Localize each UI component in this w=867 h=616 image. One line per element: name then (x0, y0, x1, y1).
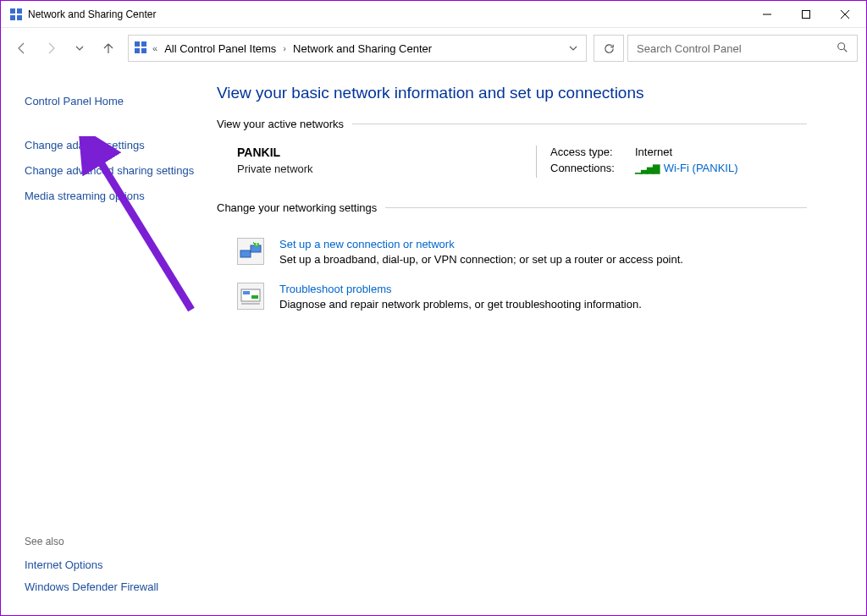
svg-rect-11 (141, 48, 146, 53)
forward-button[interactable] (38, 36, 64, 61)
content-area: Control Panel Home Change adapter settin… (1, 69, 866, 615)
chevron-right-icon[interactable]: › (283, 43, 286, 53)
change-settings-heading: Change your networking settings (217, 201, 807, 214)
app-icon (9, 8, 23, 21)
setup-connection-item: + Set up a new connection or network Set… (217, 229, 807, 274)
svg-point-12 (838, 42, 845, 49)
troubleshoot-desc: Diagnose and repair network problems, or… (279, 298, 642, 311)
search-input[interactable] (627, 35, 858, 62)
connection-link[interactable]: Wi-Fi (PANKIL) (664, 162, 738, 174)
media-streaming-link[interactable]: Media streaming options (25, 184, 200, 209)
active-networks-heading: View your active networks (217, 118, 807, 130)
network-type: Private network (237, 162, 536, 175)
maximize-button[interactable] (787, 2, 826, 27)
svg-rect-5 (803, 10, 810, 18)
windows-defender-firewall-link[interactable]: Windows Defender Firewall (25, 576, 158, 598)
see-also-label: See also (25, 536, 158, 547)
svg-rect-3 (17, 15, 22, 20)
svg-rect-14 (240, 250, 251, 257)
svg-text:+: + (253, 242, 260, 249)
breadcrumb-separator-icon: « (152, 43, 157, 53)
search-field[interactable] (637, 42, 837, 55)
page-heading: View your basic network information and … (217, 84, 807, 102)
troubleshoot-link[interactable]: Troubleshoot problems (279, 283, 391, 295)
back-button[interactable] (9, 36, 35, 61)
setup-connection-link[interactable]: Set up a new connection or network (279, 238, 455, 250)
breadcrumb-current[interactable]: Network and Sharing Center (291, 40, 434, 58)
up-button[interactable] (96, 36, 121, 61)
svg-rect-2 (10, 15, 15, 20)
breadcrumb-parent[interactable]: All Control Panel Items (163, 40, 278, 58)
svg-rect-20 (251, 295, 258, 299)
svg-rect-0 (10, 8, 15, 14)
access-type-label: Access type: (550, 146, 628, 158)
svg-line-13 (844, 48, 848, 52)
wifi-signal-icon: ▁▃▅▇ (635, 163, 659, 173)
network-details: Access type: Internet Connections: ▁▃▅▇ … (536, 146, 807, 178)
access-type-value: Internet (635, 146, 672, 158)
control-panel-home-link[interactable]: Control Panel Home (25, 89, 200, 114)
breadcrumb-icon (134, 41, 147, 57)
internet-options-link[interactable]: Internet Options (25, 554, 158, 576)
change-adapter-settings-link[interactable]: Change adapter settings (25, 133, 200, 158)
see-also-section: See also Internet Options Windows Defend… (25, 536, 158, 598)
svg-rect-8 (135, 41, 140, 47)
connections-label: Connections: (550, 162, 628, 174)
window-title: Network and Sharing Center (28, 8, 748, 20)
network-name: PANKIL (237, 146, 536, 159)
troubleshoot-item: Troubleshoot problems Diagnose and repai… (217, 274, 807, 319)
active-network: PANKIL Private network Access type: Inte… (217, 146, 807, 178)
troubleshoot-icon (237, 283, 264, 310)
section-label: Change your networking settings (217, 201, 377, 214)
svg-rect-19 (243, 291, 250, 294)
svg-rect-10 (135, 48, 140, 53)
divider (385, 207, 807, 208)
refresh-button[interactable] (594, 35, 624, 62)
address-dropdown-button[interactable] (566, 41, 581, 56)
minimize-button[interactable] (748, 2, 787, 27)
networking-settings-section: Change your networking settings + Set up… (217, 201, 807, 319)
search-icon[interactable] (837, 41, 848, 56)
breadcrumb: All Control Panel Items › Network and Sh… (163, 40, 561, 58)
recent-dropdown-button[interactable] (67, 36, 92, 61)
window-controls (748, 2, 864, 27)
navigation-toolbar: « All Control Panel Items › Network and … (1, 28, 866, 69)
close-button[interactable] (826, 2, 864, 27)
svg-rect-9 (141, 41, 146, 47)
setup-connection-desc: Set up a broadband, dial-up, or VPN conn… (279, 253, 683, 266)
svg-rect-1 (17, 8, 22, 14)
main-panel: View your basic network information and … (200, 69, 866, 615)
setup-connection-icon: + (237, 238, 264, 265)
sidebar: Control Panel Home Change adapter settin… (1, 69, 200, 615)
address-bar[interactable]: « All Control Panel Items › Network and … (128, 35, 587, 62)
change-advanced-sharing-link[interactable]: Change advanced sharing settings (25, 158, 200, 184)
window-titlebar: Network and Sharing Center (1, 1, 866, 28)
section-label: View your active networks (217, 118, 344, 130)
network-identity: PANKIL Private network (217, 146, 536, 178)
divider (352, 124, 807, 124)
